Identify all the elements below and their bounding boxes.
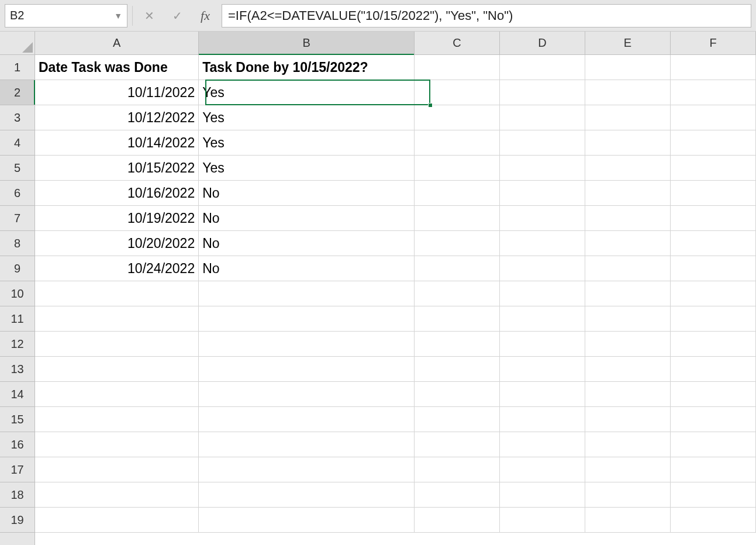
column-header-E[interactable]: E	[585, 32, 671, 54]
cell-D8[interactable]	[500, 231, 585, 256]
cell-E4[interactable]	[585, 130, 671, 156]
cell-D2[interactable]	[500, 80, 585, 105]
cell-A4[interactable]: 10/14/2022	[35, 130, 199, 156]
cell-E11[interactable]	[585, 306, 671, 332]
cell-A18[interactable]	[35, 482, 199, 508]
cell-E14[interactable]	[585, 382, 671, 407]
cell-F8[interactable]	[671, 231, 756, 256]
cell-A19[interactable]	[35, 508, 199, 533]
cell-C17[interactable]	[415, 457, 500, 482]
cell-E3[interactable]	[585, 105, 671, 130]
cell-D16[interactable]	[500, 432, 585, 457]
cell-E2[interactable]	[585, 80, 671, 105]
cell-B19[interactable]	[199, 508, 414, 533]
cell-C15[interactable]	[415, 407, 500, 432]
row-header-3[interactable]: 3	[0, 105, 34, 130]
cell-E19[interactable]	[585, 508, 671, 533]
row-header-5[interactable]: 5	[0, 156, 34, 181]
cell-A14[interactable]	[35, 382, 199, 407]
cell-D4[interactable]	[500, 130, 585, 156]
cell-C13[interactable]	[415, 357, 500, 382]
cell-D3[interactable]	[500, 105, 585, 130]
cell-D18[interactable]	[500, 482, 585, 508]
formula-input[interactable]: =IF(A2<=DATEVALUE("10/15/2022"), "Yes", …	[222, 4, 751, 27]
cell-A8[interactable]: 10/20/2022	[35, 231, 199, 256]
cell-C3[interactable]	[415, 105, 500, 130]
cell-B7[interactable]: No	[199, 206, 414, 231]
cell-B16[interactable]	[199, 432, 414, 457]
cell-D10[interactable]	[500, 281, 585, 306]
cell-B10[interactable]	[199, 281, 414, 306]
cell-E10[interactable]	[585, 281, 671, 306]
cell-F2[interactable]	[671, 80, 756, 105]
cell-E7[interactable]	[585, 206, 671, 231]
cell-A3[interactable]: 10/12/2022	[35, 105, 199, 130]
cell-D19[interactable]	[500, 508, 585, 533]
cell-D17[interactable]	[500, 457, 585, 482]
cell-E13[interactable]	[585, 357, 671, 382]
cell-F16[interactable]	[671, 432, 756, 457]
cell-C16[interactable]	[415, 432, 500, 457]
cell-E5[interactable]	[585, 156, 671, 181]
cell-A5[interactable]: 10/15/2022	[35, 156, 199, 181]
cell-A1[interactable]: Date Task was Done	[35, 55, 199, 80]
cell-D12[interactable]	[500, 332, 585, 357]
cell-B3[interactable]: Yes	[199, 105, 414, 130]
cell-A6[interactable]: 10/16/2022	[35, 181, 199, 206]
cell-E6[interactable]	[585, 181, 671, 206]
cell-A7[interactable]: 10/19/2022	[35, 206, 199, 231]
cell-F13[interactable]	[671, 357, 756, 382]
row-header-2[interactable]: 2	[0, 80, 34, 105]
row-header-19[interactable]: 19	[0, 508, 34, 533]
cell-D14[interactable]	[500, 382, 585, 407]
cell-C9[interactable]	[415, 256, 500, 281]
cell-B8[interactable]: No	[199, 231, 414, 256]
row-header-8[interactable]: 8	[0, 231, 34, 256]
cell-F18[interactable]	[671, 482, 756, 508]
row-header-13[interactable]: 13	[0, 357, 34, 382]
row-header-11[interactable]: 11	[0, 306, 34, 332]
cell-C18[interactable]	[415, 482, 500, 508]
cell-F9[interactable]	[671, 256, 756, 281]
cell-C11[interactable]	[415, 306, 500, 332]
cell-C2[interactable]	[415, 80, 500, 105]
column-header-A[interactable]: A	[35, 32, 199, 54]
cell-F15[interactable]	[671, 407, 756, 432]
row-header-17[interactable]: 17	[0, 457, 34, 482]
cell-B9[interactable]: No	[199, 256, 414, 281]
cell-C8[interactable]	[415, 231, 500, 256]
cell-C1[interactable]	[415, 55, 500, 80]
cell-F5[interactable]	[671, 156, 756, 181]
row-header-12[interactable]: 12	[0, 332, 34, 357]
cell-E16[interactable]	[585, 432, 671, 457]
cell-B5[interactable]: Yes	[199, 156, 414, 181]
row-header-10[interactable]: 10	[0, 281, 34, 306]
cell-C12[interactable]	[415, 332, 500, 357]
cell-B1[interactable]: Task Done by 10/15/2022?	[199, 55, 414, 80]
row-header-16[interactable]: 16	[0, 432, 34, 457]
cell-A15[interactable]	[35, 407, 199, 432]
row-header-14[interactable]: 14	[0, 382, 34, 407]
cell-B4[interactable]: Yes	[199, 130, 414, 156]
cell-A17[interactable]	[35, 457, 199, 482]
cell-F3[interactable]	[671, 105, 756, 130]
cell-B11[interactable]	[199, 306, 414, 332]
cell-F14[interactable]	[671, 382, 756, 407]
cell-B13[interactable]	[199, 357, 414, 382]
cell-E18[interactable]	[585, 482, 671, 508]
row-header-4[interactable]: 4	[0, 130, 34, 156]
cell-A11[interactable]	[35, 306, 199, 332]
cell-A12[interactable]	[35, 332, 199, 357]
insert-function-button[interactable]: fx	[194, 4, 217, 27]
row-header-18[interactable]: 18	[0, 482, 34, 508]
cell-B14[interactable]	[199, 382, 414, 407]
cell-D6[interactable]	[500, 181, 585, 206]
cell-E1[interactable]	[585, 55, 671, 80]
cell-B15[interactable]	[199, 407, 414, 432]
row-header-9[interactable]: 9	[0, 256, 34, 281]
select-all-corner[interactable]	[0, 32, 35, 55]
cell-E9[interactable]	[585, 256, 671, 281]
column-header-C[interactable]: C	[415, 32, 500, 54]
cell-A16[interactable]	[35, 432, 199, 457]
cell-A2[interactable]: 10/11/2022	[35, 80, 199, 105]
